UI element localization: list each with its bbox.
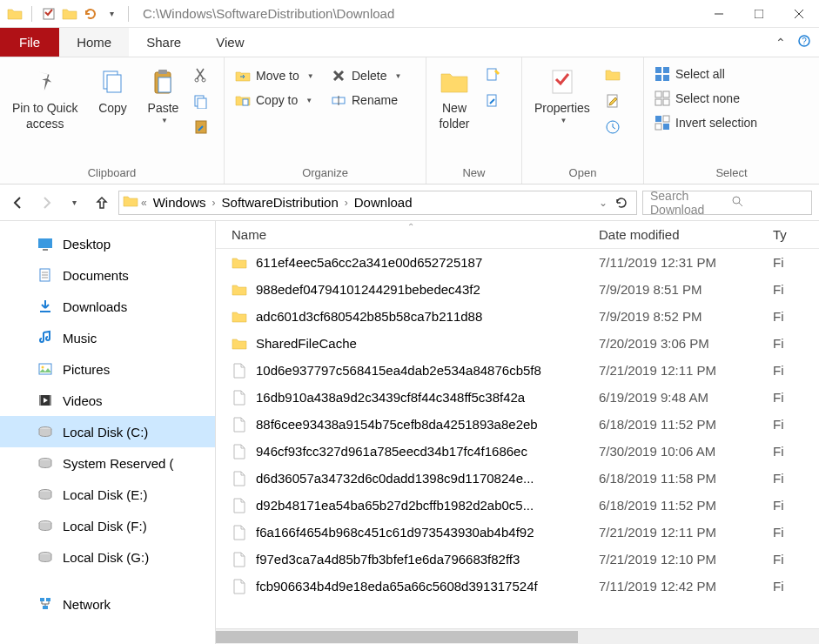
type-column-header[interactable]: Ty <box>773 227 819 242</box>
nav-item-network[interactable]: Network <box>0 588 215 620</box>
breadcrumb-item[interactable]: Windows <box>150 195 210 210</box>
file-row[interactable]: SharedFileCache7/20/2019 3:06 PMFi <box>216 330 819 357</box>
file-row[interactable]: d92b48171ea54ba65b27d2bcffb1982d2ab0c5..… <box>216 492 819 519</box>
select-none-icon <box>655 91 670 106</box>
rename-button[interactable]: Rename <box>327 91 405 110</box>
file-list[interactable]: 611ef4eec5a6cc2a341e00d6527251877/11/201… <box>216 249 819 628</box>
home-tab[interactable]: Home <box>59 28 129 57</box>
new-item-icon[interactable] <box>484 66 501 84</box>
svg-line-38 <box>739 203 742 206</box>
file-row[interactable]: fcb906634b4d9e18eda65a66c5608d391317524f… <box>216 573 819 600</box>
svg-rect-10 <box>158 70 167 74</box>
folder-qat-icon[interactable] <box>62 6 77 22</box>
file-row[interactable]: 988edef04794101244291bebedec43f27/9/2019… <box>216 276 819 303</box>
nav-item[interactable]: Music <box>0 322 215 353</box>
properties-button[interactable]: Properties ▼ <box>529 63 595 157</box>
file-date: 7/9/2019 8:52 PM <box>599 309 773 324</box>
nav-item[interactable]: Documents <box>0 259 215 291</box>
chevron-right-icon[interactable]: › <box>212 197 216 209</box>
nav-item[interactable]: Local Disk (E:) <box>0 479 215 510</box>
back-button[interactable] <box>7 191 30 214</box>
close-button[interactable] <box>779 0 819 28</box>
file-type: Fi <box>773 498 819 513</box>
help-icon[interactable]: ? <box>798 35 810 50</box>
properties-qat-icon[interactable] <box>41 6 57 22</box>
svg-rect-57 <box>43 606 48 609</box>
file-row[interactable]: 946cf93fcc327d961a785eecd34b17fc4f1686ec… <box>216 438 819 465</box>
minimize-button[interactable] <box>699 0 739 28</box>
edit-icon[interactable] <box>604 92 621 110</box>
recent-locations-button[interactable]: ▾ <box>63 191 85 214</box>
nav-item-label: Documents <box>63 268 129 283</box>
forward-button[interactable] <box>35 191 57 214</box>
file-name: SharedFileCache <box>256 336 357 351</box>
history-icon[interactable] <box>604 118 621 136</box>
qat-dropdown-icon[interactable]: ▾ <box>104 6 119 22</box>
svg-rect-28 <box>663 75 669 81</box>
file-date: 6/19/2019 9:48 AM <box>599 390 773 405</box>
paste-shortcut-icon[interactable] <box>192 118 210 136</box>
address-bar[interactable]: « Windows › SoftwareDistribution › Downl… <box>118 191 637 215</box>
nav-item[interactable]: Local Disk (F:) <box>0 510 215 541</box>
file-row[interactable]: 10d6e937797c568415ea4dab2e534a84876cb5f8… <box>216 357 819 384</box>
nav-item[interactable]: Local Disk (C:) <box>0 416 215 447</box>
copy-button[interactable]: Copy <box>91 63 133 157</box>
file-name: f97ed3ca7a4d85b7fb3bfef1e6da796683f82ff3 <box>256 552 520 567</box>
select-all-button[interactable]: Select all <box>651 64 761 84</box>
name-column-header[interactable]: ⌃Name <box>216 227 599 242</box>
paste-button[interactable]: Paste ▼ <box>142 63 184 157</box>
undo-icon[interactable] <box>83 6 98 22</box>
nav-item-label: Local Disk (C:) <box>63 425 148 439</box>
nav-item[interactable]: Downloads <box>0 291 215 322</box>
address-dropdown-icon[interactable]: ⌄ <box>599 197 608 209</box>
refresh-button[interactable] <box>610 196 633 210</box>
move-to-button[interactable]: Move to▼ <box>232 66 319 85</box>
navigation-pane[interactable]: DesktopDocumentsDownloadsMusicPicturesVi… <box>0 221 216 644</box>
chevron-left-icon[interactable]: « <box>141 197 147 209</box>
breadcrumb-item[interactable]: Download <box>351 195 416 210</box>
nav-item[interactable]: System Reserved ( <box>0 447 215 479</box>
cut-icon[interactable] <box>192 66 210 84</box>
file-row[interactable]: d6d36057a34732d6c0dadd1398c9d1170824e...… <box>216 465 819 492</box>
file-row[interactable]: f6a166f4654b968c451c61d973543930ab4b4f92… <box>216 519 819 546</box>
collapse-ribbon-icon[interactable]: ⌃ <box>775 36 786 50</box>
file-row[interactable]: adc601d3cf680542b85b58ca7b211d887/9/2019… <box>216 303 819 330</box>
file-row[interactable]: 611ef4eec5a6cc2a341e00d6527251877/11/201… <box>216 249 819 276</box>
file-row[interactable]: 16db910a438a9d2c3439cf8f44c348ff5c38f42a… <box>216 384 819 411</box>
separator <box>31 6 32 22</box>
invert-selection-button[interactable]: Invert selection <box>651 113 761 132</box>
share-tab[interactable]: Share <box>129 28 198 57</box>
svg-rect-35 <box>655 124 661 130</box>
properties-icon <box>547 66 578 97</box>
nav-item[interactable]: Desktop <box>0 228 215 259</box>
select-none-button[interactable]: Select none <box>651 89 761 108</box>
nav-item[interactable]: Videos <box>0 385 215 416</box>
horizontal-scrollbar[interactable] <box>216 628 819 644</box>
file-row[interactable]: f97ed3ca7a4d85b7fb3bfef1e6da796683f82ff3… <box>216 546 819 573</box>
file-tab[interactable]: File <box>0 28 59 57</box>
date-column-header[interactable]: Date modified <box>599 227 773 242</box>
easy-access-icon[interactable] <box>484 92 501 110</box>
svg-rect-48 <box>39 395 41 406</box>
delete-button[interactable]: Delete▼ <box>327 66 405 85</box>
copy-to-icon <box>235 92 251 108</box>
file-type: Fi <box>773 255 819 270</box>
copy-to-button[interactable]: Copy to▼ <box>232 91 319 110</box>
file-date: 7/20/2019 3:06 PM <box>599 336 773 351</box>
nav-item[interactable]: Pictures <box>0 353 215 385</box>
nav-item[interactable]: Local Disk (G:) <box>0 541 215 573</box>
folder-icon <box>232 336 247 352</box>
new-folder-button[interactable]: New folder <box>433 63 475 157</box>
open-icon[interactable] <box>604 66 621 84</box>
search-input[interactable]: Search Download <box>642 191 812 215</box>
copy-path-icon[interactable] <box>192 92 210 110</box>
pin-to-quick-access-button[interactable]: Pin to Quick access <box>7 63 83 157</box>
videos-icon <box>37 392 54 409</box>
file-icon <box>232 417 247 433</box>
file-row[interactable]: 88f6cee93438a9154b75cefb8da4251893a8e2eb… <box>216 411 819 438</box>
breadcrumb-item[interactable]: SoftwareDistribution <box>218 195 342 210</box>
chevron-right-icon[interactable]: › <box>345 197 348 209</box>
view-tab[interactable]: View <box>198 28 261 57</box>
maximize-button[interactable] <box>739 0 779 28</box>
up-button[interactable] <box>91 191 113 214</box>
